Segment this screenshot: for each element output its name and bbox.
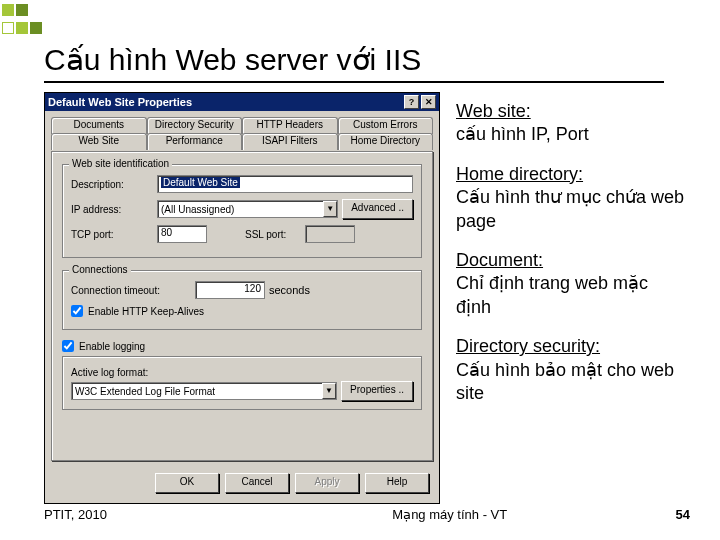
group-connections: Connections Connection timeout: 120 seco… [62, 270, 422, 330]
tab-isapi-filters[interactable]: ISAPI Filters [242, 133, 338, 150]
apply-button[interactable]: Apply [295, 473, 359, 493]
help-icon[interactable]: ? [404, 95, 419, 109]
group-logging: Active log format: W3C Extended Log File… [62, 356, 422, 410]
dialog-title: Default Web Site Properties [48, 96, 192, 108]
description-label: Description: [71, 179, 153, 190]
note-document-body: Chỉ định trang web mặc định [456, 273, 648, 316]
properties-button[interactable]: Properties .. [341, 381, 413, 401]
slide-footer: PTIT, 2010 Mạng máy tính - VT 54 [44, 507, 690, 522]
note-document-head: Document: [456, 250, 543, 270]
ip-select[interactable]: (All Unassigned) ▼ [157, 200, 338, 218]
footer-left: PTIT, 2010 [44, 507, 224, 522]
seconds-label: seconds [269, 284, 310, 296]
advanced-button[interactable]: Advanced .. [342, 199, 413, 219]
ip-label: IP address: [71, 204, 153, 215]
ssl-port-input [305, 225, 355, 243]
dialog-titlebar: Default Web Site Properties ? ✕ [45, 93, 439, 111]
chevron-down-icon: ▼ [323, 201, 337, 217]
log-format-select[interactable]: W3C Extended Log File Format ▼ [71, 382, 337, 400]
tab-documents[interactable]: Documents [51, 117, 147, 134]
group-identification: Web site identification Description: Def… [62, 164, 422, 258]
slide-title: Cấu hình Web server với IIS [44, 42, 664, 83]
group-label: Web site identification [69, 158, 172, 169]
tab-web-site[interactable]: Web Site [51, 133, 147, 150]
checkbox-input[interactable] [62, 340, 74, 352]
tab-strip: Documents Directory Security HTTP Header… [51, 117, 433, 151]
note-homedir-body: Cấu hình thư mục chứa web page [456, 187, 684, 230]
tcp-port-label: TCP port: [71, 229, 153, 240]
tab-panel: Web site identification Description: Def… [51, 151, 433, 461]
note-dirsec-head: Directory security: [456, 336, 600, 356]
note-website-head: Web site: [456, 101, 531, 121]
tab-home-directory[interactable]: Home Directory [338, 133, 434, 150]
note-homedir-head: Home directory: [456, 164, 583, 184]
tab-custom-errors[interactable]: Custom Errors [338, 117, 434, 134]
ssl-port-label: SSL port: [245, 229, 301, 240]
group-label: Connections [69, 264, 131, 275]
ok-button[interactable]: OK [155, 473, 219, 493]
timeout-input[interactable]: 120 [195, 281, 265, 299]
tcp-port-input[interactable]: 80 [157, 225, 207, 243]
tab-http-headers[interactable]: HTTP Headers [242, 117, 338, 134]
explanation-notes: Web site: cấu hình IP, Port Home directo… [456, 100, 686, 421]
timeout-label: Connection timeout: [71, 285, 191, 296]
cancel-button[interactable]: Cancel [225, 473, 289, 493]
dialog-buttons: OK Cancel Apply Help [45, 467, 439, 503]
checkbox-input[interactable] [71, 305, 83, 317]
close-icon[interactable]: ✕ [421, 95, 436, 109]
chevron-down-icon: ▼ [322, 383, 336, 399]
keepalive-checkbox[interactable]: Enable HTTP Keep-Alives [71, 305, 413, 317]
help-button[interactable]: Help [365, 473, 429, 493]
footer-center: Mạng máy tính - VT [224, 507, 676, 522]
note-dirsec-body: Cấu hình bảo mật cho web site [456, 360, 674, 403]
properties-dialog: Default Web Site Properties ? ✕ Document… [44, 92, 440, 504]
logging-checkbox[interactable]: Enable logging [62, 340, 422, 352]
page-number: 54 [676, 507, 690, 522]
description-input[interactable]: Default Web Site [157, 175, 413, 193]
decoration-squares [2, 2, 44, 38]
note-website-body: cấu hình IP, Port [456, 124, 589, 144]
tab-directory-security[interactable]: Directory Security [147, 117, 243, 134]
tab-performance[interactable]: Performance [147, 133, 243, 150]
active-log-label: Active log format: [71, 367, 413, 378]
